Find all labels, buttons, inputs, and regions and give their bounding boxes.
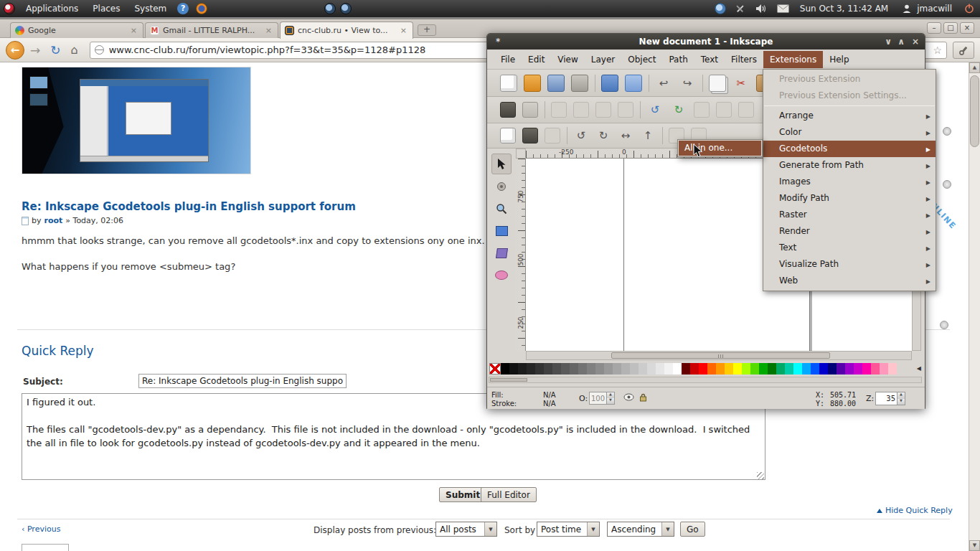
palette-swatch[interactable] <box>845 363 854 375</box>
forum-side-icon[interactable] <box>943 180 951 189</box>
palette-swatch[interactable] <box>750 363 759 375</box>
spinner-arrows-icon[interactable]: ▲▼ <box>606 392 614 404</box>
order-select[interactable]: Ascending ▼ <box>607 522 674 537</box>
volume-icon[interactable] <box>755 4 767 14</box>
tab-google[interactable]: Google × <box>10 22 143 38</box>
applications-menu[interactable]: Applications <box>19 0 85 17</box>
rotate-cw-icon[interactable]: ↻ <box>670 101 687 118</box>
panel-applet-icon[interactable] <box>324 3 336 14</box>
display-posts-select[interactable]: All posts ▼ <box>435 522 497 537</box>
open-icon[interactable] <box>524 75 541 92</box>
tab-close-icon[interactable]: × <box>129 26 138 35</box>
zoom-tool[interactable] <box>491 198 512 219</box>
palette-swatch[interactable] <box>630 363 639 375</box>
submit-button[interactable]: Submit <box>439 487 486 502</box>
palette-swatch[interactable] <box>716 363 725 375</box>
palette-swatch[interactable] <box>819 363 828 375</box>
palette-swatch[interactable] <box>656 363 664 375</box>
palette-swatch[interactable] <box>682 363 690 375</box>
menu-path[interactable]: Path <box>662 51 694 68</box>
menu-file[interactable]: File <box>494 51 522 68</box>
rotate-left-icon[interactable]: ↺ <box>573 128 589 143</box>
layers-icon[interactable] <box>522 128 538 143</box>
close-icon[interactable]: × <box>909 34 922 50</box>
menu-layer[interactable]: Layer <box>585 51 621 68</box>
system-menu[interactable]: System <box>127 0 174 17</box>
flip-horizontal-icon[interactable]: ↔ <box>618 128 633 143</box>
power-icon[interactable] <box>964 4 974 14</box>
inkscape-titlebar[interactable]: * New document 1 - Inkscape ∨ ∧ × <box>487 34 925 50</box>
palette-swatch[interactable] <box>725 363 733 375</box>
palette-swatch[interactable] <box>776 363 785 375</box>
palette-swatch[interactable] <box>742 363 750 375</box>
maximize-button[interactable]: □ <box>943 22 958 34</box>
tab-close-icon[interactable]: × <box>264 26 273 35</box>
go-button[interactable]: Go <box>680 522 705 537</box>
palette-swatch[interactable] <box>535 363 544 375</box>
palette-swatch[interactable] <box>647 363 656 375</box>
tab-close-icon[interactable]: × <box>399 26 408 35</box>
fill-value[interactable]: N/A <box>543 391 556 399</box>
palette-swatch[interactable] <box>733 363 742 375</box>
tab-gmail[interactable]: M Gmail - LITTLE RALPH... × <box>145 22 278 38</box>
menu-item-modify-path[interactable]: Modify Path▶ <box>763 190 936 207</box>
zoom-spinner[interactable]: 35 ▲▼ <box>875 392 905 405</box>
3dbox-tool[interactable] <box>491 242 512 263</box>
palette-swatch[interactable] <box>613 363 621 375</box>
reload-button[interactable]: ↻ <box>50 43 60 57</box>
rotate-right-icon[interactable]: ↻ <box>595 128 611 143</box>
palette-swatch[interactable] <box>587 363 595 375</box>
menu-extensions[interactable]: Extensions <box>763 51 823 68</box>
user-menu[interactable]: jmacwill <box>917 0 952 17</box>
selection-option-icon[interactable] <box>522 102 538 118</box>
spinner-arrows-icon[interactable]: ▲▼ <box>897 392 905 405</box>
palette-swatch[interactable] <box>595 363 604 375</box>
menu-item-color[interactable]: Color▶ <box>763 124 936 141</box>
no-color-swatch[interactable] <box>489 363 501 375</box>
scrollbar-thumb[interactable] <box>970 75 979 147</box>
palette-swatch[interactable] <box>759 363 768 375</box>
palette-swatch[interactable] <box>570 363 578 375</box>
new-document-icon[interactable] <box>500 75 517 92</box>
palette-swatch[interactable] <box>664 363 673 375</box>
sort-select[interactable]: Post time ▼ <box>537 522 600 537</box>
palette-swatch[interactable] <box>837 363 845 375</box>
palette-swatch[interactable] <box>621 363 630 375</box>
palette-swatch[interactable] <box>871 363 880 375</box>
close-button[interactable]: × <box>960 22 974 34</box>
menu-edit[interactable]: Edit <box>522 51 551 68</box>
menu-item-gcodetools[interactable]: Gcodetools▶ <box>763 141 936 157</box>
minimize-button[interactable]: – <box>927 22 941 34</box>
author-link[interactable]: root <box>44 216 63 225</box>
palette-swatch[interactable] <box>501 363 509 375</box>
subject-input[interactable] <box>138 374 347 388</box>
palette-swatch[interactable] <box>673 363 682 375</box>
forward-button[interactable]: → <box>30 43 40 57</box>
menu-help[interactable]: Help <box>823 51 855 68</box>
tab-cnc-club[interactable]: cnc-club.ru • View to... × <box>280 22 413 39</box>
palette-swatch[interactable] <box>699 363 707 375</box>
palette-swatch[interactable] <box>690 363 699 375</box>
import-icon[interactable] <box>601 75 618 92</box>
palette-swatch[interactable] <box>544 363 552 375</box>
palette-swatch[interactable] <box>561 363 570 375</box>
bookmark-star-icon[interactable]: ☆ <box>933 44 942 56</box>
clock[interactable]: Sun Oct 3, 11:42 AM <box>800 0 888 17</box>
print-icon[interactable] <box>571 75 588 92</box>
menu-item-text[interactable]: Text▶ <box>763 240 936 256</box>
menu-item-visualize-path[interactable]: Visualize Path▶ <box>763 256 936 273</box>
menu-text[interactable]: Text <box>694 51 725 68</box>
palette-swatch[interactable] <box>527 363 535 375</box>
help-icon[interactable]: ? <box>177 3 189 14</box>
rectangle-tool[interactable] <box>491 220 512 241</box>
menu-item-arrange[interactable]: Arrange▶ <box>763 108 936 124</box>
undo-icon[interactable]: ↩ <box>655 75 672 92</box>
palette-scroll-left-icon[interactable]: ◀ <box>917 365 921 372</box>
palette-swatch[interactable] <box>811 363 819 375</box>
mail-icon[interactable] <box>777 4 789 13</box>
panel-applet-icon[interactable] <box>340 3 352 14</box>
cutoff-button[interactable] <box>22 544 69 551</box>
cut-icon[interactable]: ✂ <box>732 75 750 92</box>
post-title-link[interactable]: Re: Inkscape Gcodetools plug-in English … <box>22 200 356 213</box>
previous-link[interactable]: ‹ Previous <box>22 524 60 534</box>
